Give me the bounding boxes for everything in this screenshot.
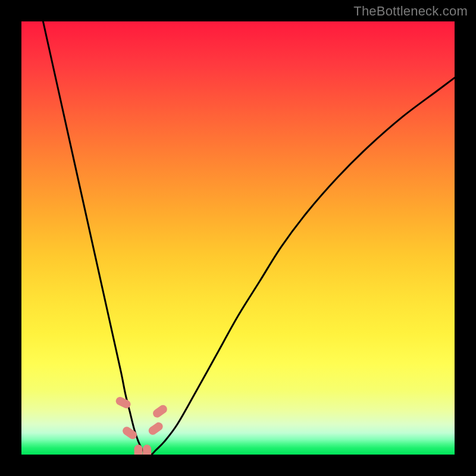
plot-area	[21, 21, 455, 455]
watermark-text: TheBottleneck.com	[353, 4, 468, 19]
curve-marker	[134, 444, 143, 455]
curve-marker	[143, 444, 151, 455]
curve-marker	[151, 403, 168, 419]
bottleneck-curve	[43, 21, 455, 455]
curve-marker	[121, 425, 138, 440]
chart-frame: TheBottleneck.com	[0, 0, 476, 476]
curve-layer	[21, 21, 455, 455]
curve-marker	[147, 421, 164, 436]
